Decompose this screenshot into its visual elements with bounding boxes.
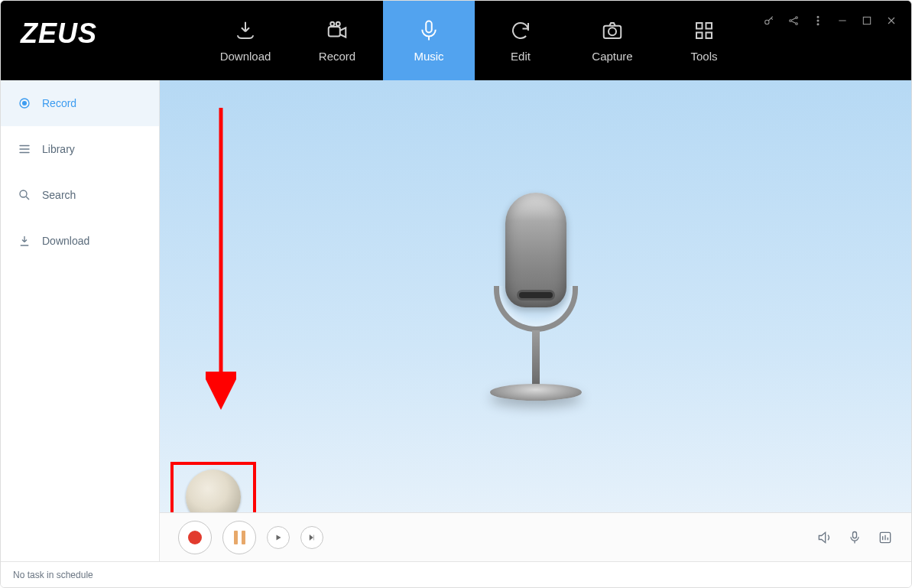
svg-point-10 — [765, 20, 769, 24]
svg-rect-7 — [706, 23, 712, 29]
camera-icon — [601, 19, 624, 42]
key-icon[interactable] — [763, 15, 775, 27]
window-controls — [763, 15, 897, 27]
tab-tools[interactable]: Tools — [658, 1, 750, 80]
tab-record[interactable]: Record — [291, 1, 383, 80]
svg-rect-0 — [329, 27, 340, 37]
sidebar-item-label: Library — [42, 143, 75, 155]
svg-point-19 — [22, 101, 27, 106]
status-text: No task in schedule — [13, 570, 93, 580]
playback-controls — [160, 512, 911, 561]
maximize-icon[interactable] — [861, 15, 873, 27]
play-icon — [274, 533, 283, 542]
svg-rect-22 — [853, 531, 857, 538]
svg-point-12 — [796, 17, 798, 19]
svg-rect-8 — [696, 32, 703, 38]
tab-label: Music — [414, 50, 443, 63]
main-tabs: Download Record Music Edit Capture Tools — [200, 1, 750, 80]
status-bar: No task in schedule — [1, 561, 911, 587]
sidebar: Record Library Search Download — [1, 80, 160, 561]
record-tab-icon — [18, 96, 31, 110]
sidebar-item-download[interactable]: Download — [1, 218, 159, 264]
record-dot-icon — [188, 531, 202, 544]
sidebar-item-label: Download — [42, 235, 89, 247]
svg-point-5 — [609, 28, 616, 35]
pause-icon — [234, 531, 245, 544]
sidebar-item-search[interactable]: Search — [1, 172, 159, 218]
kebab-menu-icon[interactable] — [812, 15, 824, 27]
grid-icon — [693, 19, 716, 42]
equalizer-icon[interactable] — [878, 530, 893, 545]
tab-capture[interactable]: Capture — [566, 1, 658, 80]
refresh-icon — [509, 19, 532, 42]
sidebar-item-record[interactable]: Record — [1, 80, 159, 126]
tab-download[interactable]: Download — [200, 1, 291, 80]
svg-rect-3 — [426, 21, 432, 32]
mic-settings-icon[interactable] — [847, 530, 862, 545]
pause-button[interactable] — [222, 521, 256, 554]
svg-rect-6 — [696, 23, 703, 29]
tab-music[interactable]: Music — [383, 1, 475, 80]
camcorder-icon — [326, 19, 349, 42]
svg-point-20 — [20, 190, 27, 197]
sidebar-item-label: Search — [42, 189, 76, 201]
share-icon[interactable] — [787, 15, 800, 27]
tab-label: Edit — [511, 50, 531, 63]
close-icon[interactable] — [885, 15, 897, 27]
svg-point-1 — [330, 21, 334, 25]
volume-icon[interactable] — [816, 530, 832, 545]
tab-label: Record — [319, 50, 355, 63]
microphone-illustration — [490, 193, 582, 401]
sidebar-item-label: Record — [42, 97, 76, 109]
tab-label: Capture — [592, 50, 632, 63]
svg-point-2 — [336, 21, 340, 25]
svg-point-16 — [817, 24, 819, 25]
record-button[interactable] — [178, 521, 212, 554]
tab-label: Download — [220, 50, 271, 63]
tab-edit[interactable]: Edit — [475, 1, 566, 80]
svg-point-11 — [790, 20, 792, 22]
download-small-icon — [18, 234, 31, 248]
svg-point-14 — [817, 16, 819, 18]
topbar: ZEUS Download Record Music Edit Capture … — [1, 1, 911, 80]
play-button[interactable] — [267, 526, 290, 549]
main-panel: 00:01:09 Fvck AI Lov… — [160, 80, 911, 561]
body: Record Library Search Download — [1, 80, 911, 561]
minimize-icon[interactable] — [836, 15, 849, 27]
svg-point-15 — [817, 20, 819, 21]
sidebar-item-library[interactable]: Library — [1, 126, 159, 172]
next-icon — [307, 533, 316, 542]
app-logo: ZEUS — [1, 1, 200, 80]
next-button[interactable] — [300, 526, 323, 549]
microphone-icon — [417, 19, 440, 42]
download-icon — [234, 19, 257, 42]
library-icon — [18, 142, 31, 156]
tab-label: Tools — [690, 50, 717, 63]
svg-point-13 — [796, 23, 798, 25]
svg-rect-17 — [863, 17, 870, 24]
search-icon — [18, 188, 31, 202]
svg-rect-9 — [706, 32, 712, 38]
annotation-arrow — [206, 108, 236, 414]
